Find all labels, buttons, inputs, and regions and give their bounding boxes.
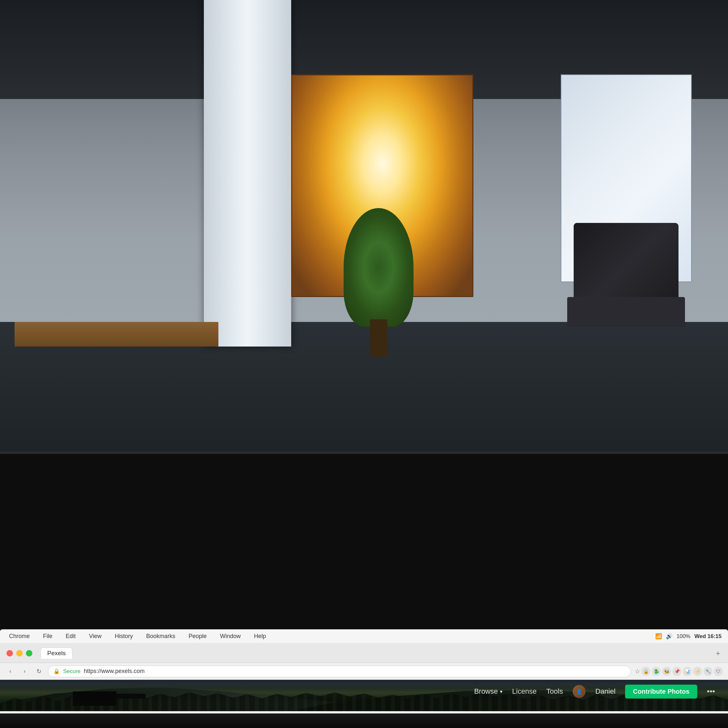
nav-license[interactable]: License — [512, 687, 537, 696]
system-time: Wed 16:15 — [694, 633, 722, 640]
chair-seat — [567, 297, 685, 327]
avatar-icon: 👤 — [576, 688, 583, 695]
monitor-bezel — [0, 713, 728, 728]
background-office-scene — [0, 0, 728, 495]
nav-tools[interactable]: Tools — [546, 687, 563, 696]
ext-3[interactable]: 🐝 — [662, 667, 671, 676]
monitor-area: Chrome File Edit View History Bookmarks … — [0, 451, 728, 728]
system-icons: 📶 🔊 100% Wed 16:15 — [655, 633, 722, 640]
browser-tab-bar: Pexels ＋ — [0, 644, 728, 663]
menu-people[interactable]: People — [186, 632, 210, 641]
pexels-nav: Browse ▾ License Tools 👤 Daniel Contribu… — [0, 680, 728, 703]
browse-chevron-icon: ▾ — [500, 688, 503, 695]
plant-stem — [370, 320, 387, 356]
contribute-photos-button[interactable]: Contribute Photos — [625, 685, 697, 699]
window-minimize-button[interactable] — [16, 650, 23, 656]
refresh-button[interactable]: ↻ — [34, 666, 44, 676]
battery-icon: 100% — [676, 633, 690, 640]
user-name: Daniel — [595, 687, 615, 696]
active-tab-pexels[interactable]: Pexels — [40, 647, 72, 659]
menu-file[interactable]: File — [40, 632, 55, 641]
office-chair — [561, 223, 692, 372]
nav-browse[interactable]: Browse ▾ — [474, 687, 502, 696]
extension-icons: ☆ 🔒 🐉 🐝 📌 📊 ⚡ 🔧 🛡 — [635, 667, 723, 676]
forward-button[interactable]: › — [20, 666, 30, 676]
address-bar[interactable]: 🔒 Secure https://www.pexels.com — [48, 665, 631, 677]
ext-1[interactable]: 🔒 — [641, 667, 650, 676]
ext-4[interactable]: 📌 — [672, 667, 681, 676]
window-maximize-button[interactable] — [26, 650, 32, 656]
browse-label: Browse — [474, 687, 498, 696]
ext-2[interactable]: 🐉 — [652, 667, 661, 676]
browser-toolbar: ‹ › ↻ 🔒 Secure https://www.pexels.com ☆ … — [0, 663, 728, 680]
menu-edit[interactable]: Edit — [63, 632, 78, 641]
menu-bookmarks[interactable]: Bookmarks — [144, 632, 178, 641]
menu-view[interactable]: View — [86, 632, 104, 641]
menu-window[interactable]: Window — [217, 632, 243, 641]
pexels-hero-content: PEXELS Best free stock photos in one pla… — [0, 706, 728, 711]
user-avatar[interactable]: 👤 — [573, 685, 586, 698]
window-controls — [6, 650, 32, 656]
volume-icon: 🔊 — [666, 633, 673, 640]
ext-8[interactable]: 🛡 — [714, 667, 723, 676]
office-pillar — [204, 0, 291, 347]
browser-menubar: Chrome File Edit View History Bookmarks … — [0, 629, 728, 644]
ext-5[interactable]: 📊 — [683, 667, 692, 676]
ext-6[interactable]: ⚡ — [693, 667, 702, 676]
bookmark-icon[interactable]: ☆ — [635, 668, 640, 675]
window-close-button[interactable] — [6, 650, 13, 656]
office-table — [15, 322, 219, 347]
tab-bar: Pexels — [40, 647, 710, 659]
more-options-button[interactable]: ••• — [707, 687, 715, 696]
menu-history[interactable]: History — [112, 632, 136, 641]
new-tab-button[interactable]: ＋ — [714, 648, 722, 658]
plant-leaves — [344, 208, 413, 327]
office-plant — [335, 208, 422, 356]
url-text: https://www.pexels.com — [84, 668, 145, 674]
menu-help[interactable]: Help — [251, 632, 269, 641]
wifi-icon: 📶 — [655, 633, 662, 640]
back-button[interactable]: ‹ — [5, 666, 15, 676]
ext-7[interactable]: 🔧 — [704, 667, 713, 676]
pexels-website: Browse ▾ License Tools 👤 Daniel Contribu… — [0, 680, 728, 711]
secure-label: Secure — [63, 668, 81, 674]
menu-chrome[interactable]: Chrome — [6, 632, 32, 641]
secure-icon: 🔒 — [54, 668, 60, 674]
